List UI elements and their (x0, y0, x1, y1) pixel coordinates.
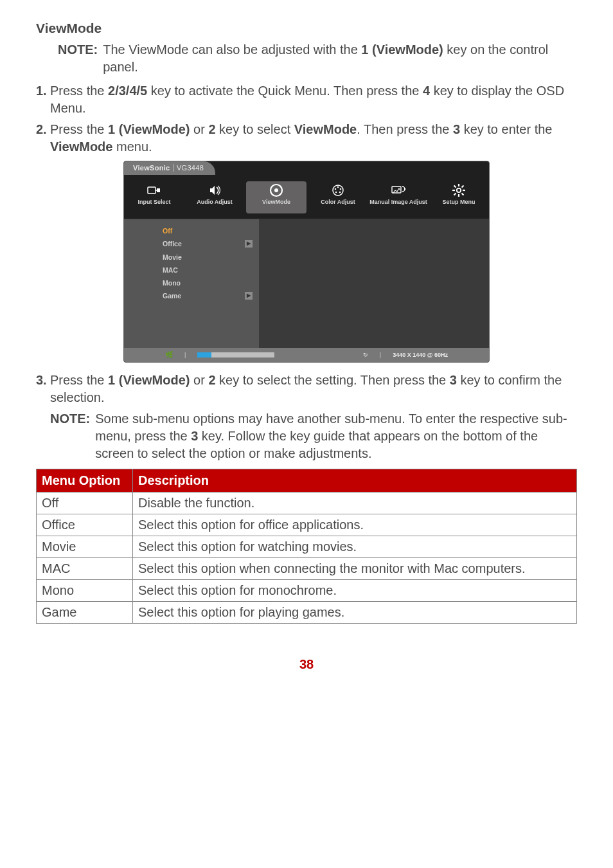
step-body: Press the 2/3/4/5 key to activate the Qu… (50, 82, 577, 117)
svg-point-6 (340, 188, 342, 190)
cell-option: Office (37, 514, 133, 536)
table-row: MovieSelect this option for watching mov… (37, 536, 577, 558)
note-text: Some sub-menu options may have another s… (95, 410, 577, 462)
osd-model: VG3448 (173, 164, 204, 172)
svg-point-3 (274, 188, 278, 192)
osd-tab-label: ViewMode (246, 199, 306, 212)
table-row: MACSelect this option when connecting th… (37, 558, 577, 580)
cell-desc: Select this option for playing games. (133, 602, 577, 624)
audio-icon (184, 183, 245, 198)
osd-tab-label: Manual Image Adjust (368, 199, 429, 212)
osd-tab-setup-menu[interactable]: Setup Menu (429, 181, 489, 213)
section-heading: ViewMode (36, 19, 577, 37)
eco-icon: 🌿 (165, 350, 173, 359)
osd-brand: ViewSonic (133, 164, 170, 172)
osd-menu-mac[interactable]: MAC (124, 264, 259, 276)
svg-line-19 (462, 186, 464, 188)
cell-desc: Select this option when connecting the m… (133, 558, 577, 580)
osd-menu-off[interactable]: Off (124, 224, 259, 237)
input-icon (124, 183, 184, 198)
svg-point-11 (404, 188, 406, 190)
page-number: 38 (36, 656, 577, 673)
step-num: 2. (36, 121, 50, 156)
osd-brand-tab: ViewSonic VG3448 (124, 161, 215, 175)
svg-point-12 (457, 188, 461, 192)
cell-desc: Select this option for monochrome. (133, 580, 577, 602)
cell-desc: Select this option for office applicatio… (133, 514, 577, 536)
svg-point-5 (337, 186, 339, 188)
osd-tab-label: Color Adjust (308, 199, 368, 212)
svg-line-17 (454, 186, 456, 188)
osd-tab-audio-adjust[interactable]: Audio Adjust (184, 181, 245, 213)
options-table: Menu Option Description OffDisable the f… (36, 469, 577, 624)
step-num: 3. (36, 372, 50, 406)
svg-point-8 (335, 192, 337, 194)
step-1: 1. Press the 2/3/4/5 key to activate the… (36, 82, 577, 117)
table-row: OffDisable the function. (37, 493, 577, 514)
cell-option: Off (37, 493, 133, 514)
svg-line-18 (462, 194, 464, 195)
osd-panel: ViewSonic VG3448 Input Select Audio Adju… (123, 161, 490, 363)
note-block-1: NOTE: The ViewMode can also be adjusted … (36, 41, 577, 76)
osd-body: Off Office▶ Movie MAC Mono Game▶ (124, 219, 489, 348)
osd-menu-game[interactable]: Game▶ (124, 289, 259, 302)
svg-rect-0 (148, 187, 155, 194)
osd-tab-manual-image[interactable]: Manual Image Adjust (368, 181, 429, 213)
th-description: Description (133, 469, 577, 493)
step-2: 2. Press the 1 (ViewMode) or 2 key to se… (36, 121, 577, 156)
refresh-icon: ↻ (363, 351, 368, 359)
svg-point-7 (339, 192, 341, 194)
step-body: Press the 1 (ViewMode) or 2 key to selec… (50, 372, 577, 406)
table-row: MonoSelect this option for monochrome. (37, 580, 577, 602)
osd-footer: 🌿 | ↻ | 3440 X 1440 @ 60Hz (124, 348, 489, 362)
osd-top-nav: Input Select Audio Adjust ViewMode Color… (124, 175, 489, 219)
step-list: 1. Press the 2/3/4/5 key to activate the… (36, 82, 577, 156)
osd-tab-viewmode[interactable]: ViewMode (246, 181, 306, 213)
manual-icon (368, 183, 429, 198)
svg-line-20 (454, 194, 456, 195)
osd-menu-movie[interactable]: Movie (124, 251, 259, 264)
osd-left-menu: Off Office▶ Movie MAC Mono Game▶ (124, 219, 259, 348)
note-block-2: NOTE: Some sub-menu options may have ano… (36, 410, 577, 462)
cell-option: Mono (37, 580, 133, 602)
note-text: The ViewMode can also be adjusted with t… (103, 41, 577, 76)
note1-pre: The ViewMode can also be adjusted with t… (103, 42, 361, 57)
note-label: NOTE: (58, 41, 98, 76)
step-list-2: 3. Press the 1 (ViewMode) or 2 key to se… (36, 372, 577, 406)
svg-point-9 (335, 188, 337, 190)
table-header-row: Menu Option Description (37, 469, 577, 493)
color-icon (308, 183, 368, 198)
chevron-right-icon: ▶ (245, 240, 253, 248)
cell-desc: Disable the function. (133, 493, 577, 514)
osd-tab-label: Audio Adjust (184, 199, 245, 212)
chevron-right-icon: ▶ (245, 292, 253, 300)
cell-option: MAC (37, 558, 133, 580)
step-body: Press the 1 (ViewMode) or 2 key to selec… (50, 121, 577, 156)
viewmode-icon (246, 183, 306, 198)
setup-icon (429, 183, 489, 198)
note-label: NOTE: (50, 410, 90, 462)
cell-option: Movie (37, 536, 133, 558)
progress-bar (197, 352, 274, 357)
osd-right-pane (259, 219, 489, 348)
osd-screenshot: ViewSonic VG3448 Input Select Audio Adju… (36, 161, 577, 363)
osd-menu-office[interactable]: Office▶ (124, 237, 259, 250)
step-num: 1. (36, 82, 50, 117)
cell-option: Game (37, 602, 133, 624)
table-row: GameSelect this option for playing games… (37, 602, 577, 624)
osd-tab-color-adjust[interactable]: Color Adjust (308, 181, 368, 213)
step-3: 3. Press the 1 (ViewMode) or 2 key to se… (36, 372, 577, 406)
osd-tab-input-select[interactable]: Input Select (124, 181, 184, 213)
osd-tab-label: Setup Menu (429, 199, 489, 212)
th-menu-option: Menu Option (37, 469, 133, 493)
osd-resolution: 3440 X 1440 @ 60Hz (393, 351, 448, 359)
note1-key: 1 (ViewMode) (361, 42, 443, 57)
osd-menu-mono[interactable]: Mono (124, 276, 259, 289)
table-row: OfficeSelect this option for office appl… (37, 514, 577, 536)
osd-tab-label: Input Select (124, 199, 184, 212)
cell-desc: Select this option for watching movies. (133, 536, 577, 558)
